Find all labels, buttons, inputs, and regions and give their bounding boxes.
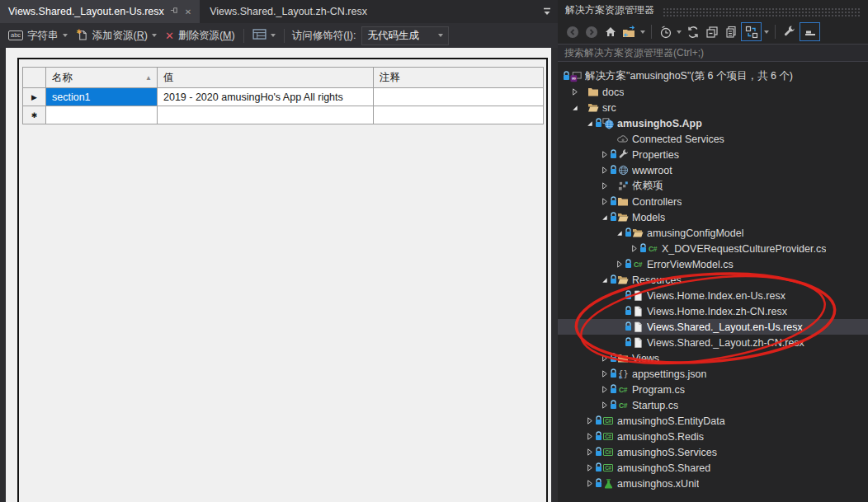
folder-closed-icon <box>587 86 599 98</box>
access-modifier-select[interactable]: 无代码生成 <box>361 26 449 45</box>
document-list-icon[interactable] <box>542 0 552 23</box>
chevron-collapsed-icon[interactable] <box>599 149 610 160</box>
tree-item[interactable]: docs <box>558 84 868 100</box>
column-header[interactable]: 名称▲ <box>46 68 158 88</box>
chevron-collapsed-icon[interactable] <box>599 165 610 176</box>
chevron-collapsed-icon[interactable] <box>599 196 610 207</box>
dropdown-caret-icon[interactable] <box>762 30 771 34</box>
tree-item[interactable]: Models <box>558 209 868 225</box>
tree-item[interactable]: amusingConfigModel <box>558 225 868 241</box>
chevron-expanded-icon[interactable] <box>569 102 580 113</box>
tree-item[interactable]: Views.Shared._Layout.en-Us.resx <box>558 319 868 335</box>
tree-item[interactable]: C#amusinghoS.Services <box>558 444 868 460</box>
back-button[interactable] <box>564 23 581 40</box>
lock-icon <box>625 228 632 239</box>
pin-icon[interactable] <box>170 6 179 17</box>
sync-with-active-document-button[interactable] <box>741 22 762 41</box>
tree-item[interactable]: C#amusinghoS.EntityData <box>558 413 868 429</box>
empty-cell[interactable] <box>158 106 374 124</box>
tree-item[interactable]: Controllers <box>558 194 868 209</box>
row-selector-header[interactable] <box>23 68 46 88</box>
tree-item[interactable]: Connected Services <box>558 131 868 147</box>
tree-item[interactable]: Views.Shared._Layout.zh-CN.resx <box>558 335 868 350</box>
refresh-button[interactable] <box>684 23 701 40</box>
tree-item[interactable]: Views <box>558 350 868 366</box>
panel-title-bar[interactable]: 解决方案资源管理器 <box>558 0 868 20</box>
chevron-collapsed-icon[interactable] <box>599 181 610 191</box>
tree-item[interactable]: {}appsettings.json <box>558 366 868 382</box>
tree-item[interactable]: Properties <box>558 147 868 162</box>
preview-copy-button[interactable] <box>722 23 739 40</box>
collapse-all-button[interactable] <box>703 23 720 40</box>
empty-cell[interactable] <box>46 106 158 124</box>
tree-item[interactable]: Views.Home.Index.en-Us.resx <box>558 288 868 303</box>
tree-item[interactable]: 依赖项 <box>558 178 868 194</box>
chevron-collapsed-icon[interactable] <box>584 478 595 489</box>
resource-grid: 名称▲值注释▶section12019 - 2020 amusingHo's A… <box>22 67 544 124</box>
add-resource-button[interactable]: ✱ 添加资源(R) <box>72 26 161 45</box>
tree-item[interactable]: src <box>558 100 868 115</box>
close-icon[interactable]: ✕ <box>185 7 191 16</box>
chevron-collapsed-icon[interactable] <box>599 384 610 395</box>
tab-views-shared-layout-en-us[interactable]: Views.Shared._Layout.en-Us.resx ✕ <box>0 0 200 23</box>
remove-resource-button[interactable]: ✕ 删除资源(M) <box>161 26 239 45</box>
chevron-collapsed-icon[interactable] <box>599 353 610 364</box>
chevron-collapsed-icon[interactable] <box>584 462 595 473</box>
tree-item[interactable]: C#amusinghoS.Redis <box>558 429 868 444</box>
string-type-button[interactable]: abc 字符串 <box>4 26 72 45</box>
chevron-collapsed-icon[interactable] <box>599 368 610 379</box>
tab-views-shared-layout-zh-cn[interactable]: Views.Shared._Layout.zh-CN.resx <box>201 0 375 23</box>
lock-icon <box>610 384 617 396</box>
solution-icon: ∞ <box>570 70 582 82</box>
tree-item-label: 依赖项 <box>632 179 663 193</box>
tree-item[interactable]: C#Startup.cs <box>558 397 868 413</box>
home-button[interactable] <box>601 23 619 40</box>
tree-item-label: Views.Shared._Layout.en-Us.resx <box>647 321 803 333</box>
chevron-collapsed-icon[interactable] <box>569 87 580 97</box>
tree-item[interactable]: C#X_DOVERequestCultureProvider.cs <box>558 241 868 256</box>
chevron-expanded-icon[interactable] <box>614 228 625 238</box>
grid-view-button[interactable] <box>248 26 280 45</box>
chevron-collapsed-icon[interactable] <box>584 447 595 457</box>
tree-item[interactable]: C#amusinghoS.Shared <box>558 460 868 476</box>
cell-name[interactable]: section1 <box>46 88 158 106</box>
tree-item[interactable]: amusinghoS.App <box>558 115 868 131</box>
chevron-collapsed-icon[interactable] <box>614 259 625 270</box>
tree-item[interactable]: C#ErrorViewModel.cs <box>558 256 868 272</box>
tree-item[interactable]: wwwroot <box>558 162 868 178</box>
dropdown-caret-icon[interactable] <box>639 30 647 34</box>
column-header[interactable]: 值 <box>158 68 374 88</box>
lock-icon <box>639 243 647 255</box>
chevron-collapsed-icon[interactable] <box>584 431 595 442</box>
dropdown-caret-icon[interactable] <box>675 30 683 34</box>
cell-comment[interactable] <box>374 88 544 106</box>
folder-open-icon <box>587 101 599 114</box>
chevron-collapsed-icon[interactable] <box>584 415 595 426</box>
tree-item[interactable]: Resources <box>558 272 868 288</box>
chevron-collapsed-icon[interactable] <box>629 243 639 254</box>
chevron-collapsed-icon[interactable] <box>599 400 610 411</box>
forward-button[interactable] <box>583 23 600 40</box>
chevron-expanded-icon[interactable] <box>599 212 610 223</box>
column-header[interactable]: 注释 <box>374 68 544 88</box>
folder-open-icon <box>617 274 629 286</box>
tree-item[interactable]: Views.Home.Index.zh-CN.resx <box>558 303 868 319</box>
chevron-expanded-icon[interactable] <box>584 118 595 129</box>
solution-search-input[interactable]: 搜索解决方案资源管理器(Ctrl+;) <box>558 44 868 62</box>
tree-item[interactable]: ∞解决方案"amusinghoS"(第 6 个项目，共 6 个) <box>558 68 868 84</box>
preview-selected-items-button[interactable] <box>800 22 820 41</box>
switch-views-button[interactable] <box>620 23 638 40</box>
tree-item-label: X_DOVERequestCultureProvider.cs <box>662 243 826 255</box>
current-row-marker[interactable]: ▶ <box>23 88 46 106</box>
properties-button[interactable] <box>781 23 798 40</box>
remove-resource-label: 删除资源(M) <box>178 29 235 43</box>
chevron-expanded-icon[interactable] <box>599 274 610 285</box>
webapp-icon <box>602 117 614 129</box>
tree-item[interactable]: C#Program.cs <box>558 382 868 397</box>
empty-cell[interactable] <box>374 106 544 124</box>
pending-changes-filter-button[interactable] <box>657 23 674 40</box>
tree-item[interactable]: amusinghos.xUnit <box>558 476 868 491</box>
cell-value[interactable]: 2019 - 2020 amusingHo's App All rights <box>158 88 374 106</box>
new-row-marker[interactable]: ✱ <box>23 106 46 124</box>
sort-ascending-icon: ▲ <box>145 74 152 82</box>
